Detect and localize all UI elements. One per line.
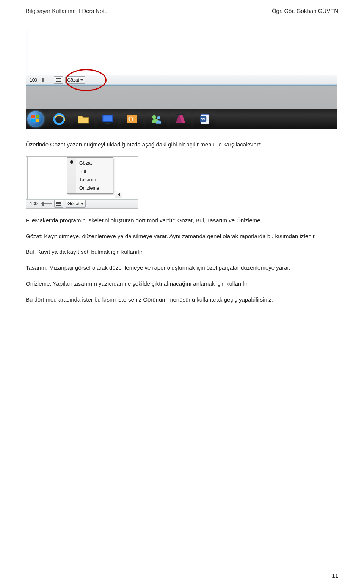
layout-icon xyxy=(56,78,61,82)
svg-rect-2 xyxy=(103,115,112,121)
filemaker-status-bar: 100 Gözat xyxy=(26,199,138,208)
chevron-down-icon xyxy=(80,79,83,81)
chevron-down-icon xyxy=(81,203,84,205)
zoom-slider[interactable] xyxy=(40,78,52,82)
word-icon: W xyxy=(198,113,211,126)
paragraph-modes-intro: FileMaker'da programın iskeletini oluştu… xyxy=(26,216,338,225)
messenger-icon xyxy=(150,113,163,126)
taskbar-filemaker[interactable] xyxy=(170,111,191,127)
paragraph-onizleme: Önizleme: Yapılan tasarımın yazıcıdan ne… xyxy=(26,280,338,288)
chevron-left-icon xyxy=(118,193,120,196)
layout-mode-button[interactable] xyxy=(54,200,63,208)
windows-logo-icon xyxy=(31,115,40,123)
header-right: Öğr. Gör. Gökhan GÜVEN xyxy=(272,8,338,14)
taskbar-word[interactable]: W xyxy=(194,111,215,127)
paragraph-intro: Üzerinde Gözat yazan düğmeyi tıkladığını… xyxy=(26,140,338,149)
screenshot-statusbar-taskbar: 100 Gözat xyxy=(26,30,337,133)
mode-menu-item-bul[interactable]: Bul xyxy=(76,167,113,176)
paragraph-bul: Bul: Kayıt ya da kayıt seti bulmak için … xyxy=(26,248,338,256)
taskbar-messenger[interactable] xyxy=(146,111,167,127)
windows-taskbar: W xyxy=(26,109,337,129)
filemaker-status-bar: 100 Gözat xyxy=(26,75,337,85)
mode-dropdown-label: Gözat xyxy=(67,201,80,206)
svg-point-8 xyxy=(157,116,160,120)
page-number: 11 xyxy=(332,572,338,579)
taskbar-ie[interactable] xyxy=(49,111,70,127)
svg-point-6 xyxy=(130,117,132,121)
taskbar-outlook[interactable] xyxy=(121,111,143,127)
mode-dropdown-button[interactable]: Gözat xyxy=(65,76,85,84)
zoom-value: 100 xyxy=(29,77,38,83)
zoom-slider[interactable] xyxy=(41,201,52,206)
svg-rect-3 xyxy=(105,123,110,124)
layout-icon xyxy=(56,202,61,206)
document-area xyxy=(28,30,337,76)
folder-icon xyxy=(77,113,90,126)
layout-mode-button[interactable] xyxy=(54,76,63,84)
mode-menu-item-onizleme[interactable]: Önizleme xyxy=(76,184,113,192)
svg-point-7 xyxy=(152,115,156,119)
radio-selected-icon xyxy=(70,160,73,164)
paragraph-switch-note: Bu dört mod arasında ister bu kısmı iste… xyxy=(26,296,338,304)
start-button[interactable] xyxy=(27,111,44,127)
mode-dropdown-label: Gözat xyxy=(67,77,79,83)
ie-icon xyxy=(53,113,66,126)
screenshot-mode-popup: Gözat Bul Tasarım Önizleme 100 Gözat xyxy=(26,156,138,209)
mode-menu-item-gozat[interactable]: Gözat xyxy=(76,159,113,167)
header-left: Bilgisayar Kullanımı II Ders Notu xyxy=(26,8,108,14)
filemaker-icon xyxy=(174,113,187,126)
outlook-icon xyxy=(126,113,138,126)
media-icon xyxy=(101,113,114,126)
taskbar-media-center[interactable] xyxy=(97,111,118,127)
zoom-value: 100 xyxy=(29,201,38,206)
desktop-gray-area xyxy=(26,86,337,109)
page-footer: 11 xyxy=(26,571,338,579)
svg-text:W: W xyxy=(201,116,205,121)
paragraph-tasarim: Tasarım: Mizanpajı görsel olarak düzenle… xyxy=(26,264,338,272)
mode-dropdown-button[interactable]: Gözat xyxy=(66,200,86,208)
mode-menu-item-tasarim[interactable]: Tasarım xyxy=(76,176,113,184)
mode-popup-menu: Gözat Bul Tasarım Önizleme xyxy=(67,157,113,194)
paragraph-gozat: Gözat: Kayıt girmeye, düzenlemeye ya da … xyxy=(26,232,338,241)
horizontal-scroll-left-button[interactable] xyxy=(115,191,122,198)
svg-rect-9 xyxy=(176,114,184,115)
header-divider xyxy=(26,15,338,15)
page-header: Bilgisayar Kullanımı II Ders Notu Öğr. G… xyxy=(26,8,338,15)
taskbar-explorer[interactable] xyxy=(73,111,94,127)
